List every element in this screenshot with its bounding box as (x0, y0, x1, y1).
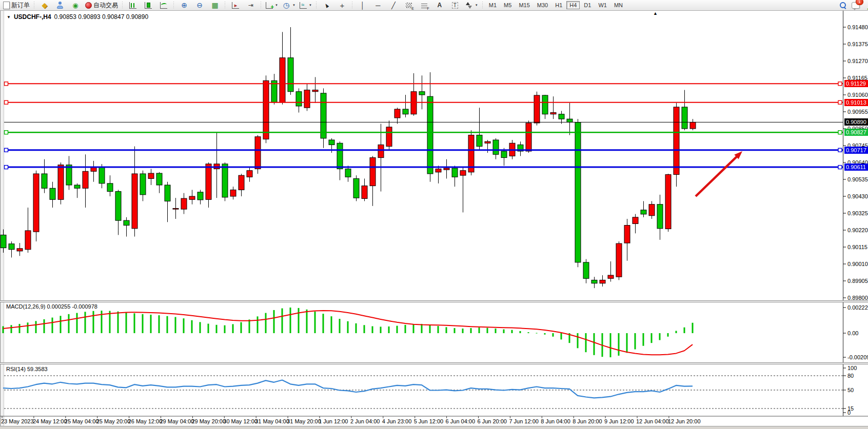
level-left-handle[interactable] (5, 166, 8, 169)
new-order-button[interactable]: 新订单 (1, 0, 32, 10)
bear-candle (107, 183, 113, 192)
notifications-button[interactable]: 1 (852, 1, 860, 9)
bear-candle (353, 178, 359, 198)
signal-icon: ◉ (71, 1, 80, 9)
arrows-icon (465, 1, 473, 9)
cursor-button[interactable]: ▲ (319, 0, 334, 10)
timeframe-w1[interactable]: W1 (595, 1, 610, 9)
crosshair-button[interactable]: + (334, 0, 350, 10)
macd-histogram-bar (438, 326, 439, 333)
level-right-handle[interactable] (838, 166, 842, 169)
macd-histogram-bar (314, 312, 316, 333)
horizontal-line-button[interactable]: ─ (370, 0, 386, 10)
vertical-line-button[interactable]: │ (355, 0, 370, 10)
macd-histogram-bar (470, 328, 472, 333)
level-left-handle[interactable] (5, 100, 8, 104)
bear-candle (345, 169, 351, 177)
line-chart-button[interactable] (156, 0, 171, 10)
time-axis-label: 6 Jun 04:00 (446, 418, 476, 424)
timeframe-h4[interactable]: H4 (566, 1, 580, 9)
tile-windows-button[interactable]: ▦ (207, 0, 223, 10)
autotrading-icon (85, 2, 92, 9)
text-label-button[interactable]: T (447, 0, 463, 10)
arrows-button[interactable]: ▼ (463, 0, 480, 10)
equidistant-channel-button[interactable] (401, 0, 417, 10)
chart-shift-button[interactable]: ⇥ (243, 0, 259, 10)
macd-histogram-bar (356, 323, 357, 333)
bar-chart-button[interactable] (125, 0, 141, 10)
profiles-button[interactable]: ◷▼ (280, 0, 298, 10)
timeframe-d1[interactable]: D1 (581, 1, 594, 9)
macd-histogram-bar (241, 322, 242, 333)
macd-histogram-bar (159, 315, 160, 333)
price-axis-label: 0.90220 (847, 227, 868, 233)
template-icon (300, 2, 307, 9)
ohlc-readout: 0.90853 0.90893 0.90847 0.90890 (54, 13, 149, 21)
notification-badge: 1 (856, 0, 863, 5)
bull-candle (534, 95, 540, 123)
macd-histogram-bar (594, 333, 595, 355)
autotrading-button-label: 自动交易 (93, 1, 118, 10)
auto-scroll-button[interactable]: ▸ (228, 0, 243, 10)
panel-separator-macd[interactable] (0, 300, 868, 302)
time-axis-label: 12 Jun 20:00 (668, 418, 701, 424)
zoom-in-button[interactable]: ⊕ (176, 0, 192, 10)
time-axis-label: 24 May 12:00 (33, 418, 67, 424)
new-chart-button[interactable]: ▼ (264, 0, 280, 10)
chart-plot-area[interactable] (0, 0, 868, 429)
timeframe-m5[interactable]: M5 (501, 1, 515, 9)
symbol-dropdown-icon[interactable]: ▼ (7, 15, 11, 19)
metaquotes-button[interactable]: ◆ (37, 0, 52, 10)
bear-candle (198, 192, 203, 200)
panel-separator-rsi[interactable] (0, 362, 868, 364)
bull-candle (33, 174, 39, 232)
level-left-handle[interactable] (5, 148, 8, 152)
trend-arrow[interactable] (696, 154, 739, 196)
bear-candle (542, 95, 548, 114)
level-left-handle[interactable] (5, 82, 8, 86)
timeframe-mn[interactable]: MN (611, 1, 626, 9)
candlestick-chart-button[interactable] (141, 0, 156, 10)
macd-histogram-bar (528, 332, 529, 333)
macd-histogram-bar (93, 311, 94, 333)
timeframe-m1[interactable]: M1 (486, 1, 500, 9)
chart-shift-icon: ⇥ (247, 1, 255, 9)
person-icon (56, 1, 64, 9)
macd-histogram-bar (651, 333, 653, 343)
symbol-period-label: USDCHF-,H4 (14, 13, 51, 21)
toolbar-separator (351, 2, 353, 9)
community-button[interactable] (52, 0, 68, 10)
macd-histogram-bar (183, 318, 185, 333)
auto-scroll-icon: ▸ (232, 2, 239, 9)
text-button[interactable]: A (432, 0, 447, 10)
bull-candle (665, 175, 671, 229)
macd-histogram-bar (511, 330, 513, 333)
timeframe-h1[interactable]: H1 (552, 1, 565, 9)
level-right-handle[interactable] (838, 131, 842, 134)
level-right-handle[interactable] (838, 82, 842, 86)
autotrading-button[interactable]: 自动交易 (83, 0, 120, 10)
macd-histogram-bar (626, 333, 628, 353)
level-right-handle[interactable] (838, 100, 842, 104)
search-icon[interactable] (839, 2, 846, 9)
macd-histogram-bar (618, 333, 620, 356)
bear-candle (427, 96, 433, 174)
price-tag: 0.90717 (844, 147, 868, 154)
time-axis-label: 25 May 20:00 (96, 418, 131, 424)
macd-histogram-bar (380, 326, 382, 333)
fibonacci-button[interactable] (417, 0, 432, 10)
templates-button[interactable]: ▼ (298, 0, 314, 10)
level-right-handle[interactable] (838, 148, 842, 152)
trendline-button[interactable]: ╱ (386, 0, 401, 10)
chart-title: ▼ USDCHF-,H4 0.90853 0.90893 0.90847 0.9… (7, 13, 148, 21)
bear-candle (42, 174, 47, 188)
signals-button[interactable]: ◉ (68, 0, 83, 10)
timeframe-m15[interactable]: M15 (516, 1, 532, 9)
level-left-handle[interactable] (5, 131, 8, 134)
rsi-axis-label: 50 (847, 387, 854, 393)
timeframe-m30[interactable]: M30 (534, 1, 551, 9)
price-axis-label: 0.91270 (847, 58, 868, 64)
bear-candle (641, 210, 646, 214)
macd-histogram-bar (577, 333, 579, 348)
zoom-out-button[interactable]: ⊖ (192, 0, 207, 10)
